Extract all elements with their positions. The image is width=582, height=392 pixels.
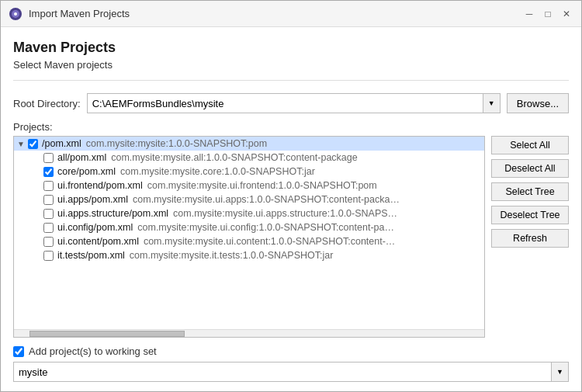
page-subtitle: Select Maven projects [13, 59, 569, 81]
root-directory-combo[interactable]: ▼ [87, 93, 501, 113]
browse-button[interactable]: Browse... [507, 93, 569, 113]
table-row[interactable]: ▼/pom.xmlcom.mysite:mysite:1.0.0-SNAPSHO… [14, 137, 484, 151]
project-checkbox[interactable] [43, 251, 54, 261]
table-row[interactable]: ui.apps.structure/pom.xmlcom.mysite:mysi… [14, 206, 484, 220]
project-checkbox[interactable] [43, 237, 54, 247]
title-bar-left: Import Maven Projects [9, 7, 130, 21]
table-row[interactable]: ui.apps/pom.xmlcom.mysite:mysite.ui.apps… [14, 193, 484, 206]
import-maven-dialog: Import Maven Projects ─ □ ✕ Maven Projec… [0, 0, 582, 392]
project-coords: com.mysite:mysite.ui.apps.structure:1.0.… [173, 208, 397, 219]
root-directory-label: Root Directory: [13, 98, 81, 109]
projects-area: ▼/pom.xmlcom.mysite:mysite:1.0.0-SNAPSHO… [13, 136, 569, 338]
working-set-arrow[interactable]: ▼ [551, 363, 568, 381]
project-path: core/pom.xml [57, 166, 116, 177]
project-coords: com.mysite:mysite.all:1.0.0-SNAPSHOT:con… [111, 152, 357, 163]
project-coords: com.mysite:mysite.ui.content:1.0.0-SNAPS… [144, 236, 395, 247]
working-set-checkbox[interactable] [13, 346, 24, 357]
project-checkbox[interactable] [43, 153, 54, 163]
deselect-all-button[interactable]: Deselect All [491, 159, 569, 178]
side-buttons-panel: Select All Deselect All Select Tree Dese… [491, 136, 569, 338]
project-path: /pom.xml [42, 138, 81, 149]
title-bar: Import Maven Projects ─ □ ✕ [1, 1, 581, 27]
close-button[interactable]: ✕ [559, 7, 573, 21]
refresh-button[interactable]: Refresh [491, 229, 569, 248]
maven-icon [9, 7, 23, 21]
main-content: Maven Projects Select Maven projects Roo… [1, 27, 581, 391]
table-row[interactable]: ui.content/pom.xmlcom.mysite:mysite.ui.c… [14, 234, 484, 248]
bottom-section: Add project(s) to working set ▼ [13, 345, 569, 382]
select-all-button[interactable]: Select All [491, 136, 569, 154]
project-coords: com.mysite:mysite.core:1.0.0-SNAPSHOT:ja… [120, 166, 315, 177]
svg-point-2 [14, 12, 17, 16]
project-path: ui.apps/pom.xml [57, 194, 128, 205]
minimize-button[interactable]: ─ [522, 7, 536, 21]
root-directory-arrow[interactable]: ▼ [483, 94, 500, 113]
root-directory-input[interactable] [88, 94, 483, 113]
table-row[interactable]: ui.frontend/pom.xmlcom.mysite:mysite.ui.… [14, 179, 484, 193]
working-set-label[interactable]: Add project(s) to working set [29, 345, 157, 357]
projects-label: Projects: [13, 121, 569, 133]
title-controls: ─ □ ✕ [522, 7, 573, 21]
root-directory-row: Root Directory: ▼ Browse... [13, 93, 569, 113]
project-coords: com.mysite:mysite.ui.apps:1.0.0-SNAPSHOT… [133, 194, 400, 205]
horizontal-scrollbar[interactable] [14, 329, 484, 337]
project-coords: com.mysite:mysite:1.0.0-SNAPSHOT:pom [86, 138, 267, 149]
project-checkbox[interactable] [43, 195, 54, 205]
maximize-button[interactable]: □ [541, 7, 555, 21]
project-path: ui.content/pom.xml [57, 236, 139, 247]
project-coords: com.mysite:mysite.it.tests:1.0.0-SNAPSHO… [130, 250, 334, 261]
table-row[interactable]: it.tests/pom.xmlcom.mysite:mysite.it.tes… [14, 248, 484, 262]
working-set-input[interactable] [14, 363, 551, 381]
page-heading: Maven Projects [13, 40, 569, 56]
scrollbar-thumb-x[interactable] [29, 331, 185, 337]
project-checkbox[interactable] [43, 167, 54, 177]
project-path: it.tests/pom.xml [57, 250, 125, 261]
table-row[interactable]: all/pom.xmlcom.mysite:mysite.all:1.0.0-S… [14, 151, 484, 165]
projects-list[interactable]: ▼/pom.xmlcom.mysite:mysite:1.0.0-SNAPSHO… [14, 137, 484, 329]
table-row[interactable]: core/pom.xmlcom.mysite:mysite.core:1.0.0… [14, 165, 484, 179]
select-tree-button[interactable]: Select Tree [491, 182, 569, 201]
tree-arrow[interactable]: ▼ [17, 140, 28, 148]
project-path: all/pom.xml [57, 152, 106, 163]
project-checkbox[interactable] [43, 181, 54, 191]
project-checkbox[interactable] [28, 139, 38, 149]
window-title: Import Maven Projects [29, 8, 130, 19]
project-checkbox[interactable] [43, 209, 54, 219]
project-coords: com.mysite:mysite.ui.frontend:1.0.0-SNAP… [147, 180, 377, 191]
project-coords: com.mysite:mysite.ui.config:1.0.0-SNAPSH… [137, 222, 394, 233]
project-path: ui.apps.structure/pom.xml [57, 208, 168, 219]
working-set-row: Add project(s) to working set [13, 345, 569, 357]
project-path: ui.config/pom.xml [57, 222, 133, 233]
project-path: ui.frontend/pom.xml [57, 180, 143, 191]
projects-list-container: ▼/pom.xmlcom.mysite:mysite:1.0.0-SNAPSHO… [13, 136, 485, 338]
table-row[interactable]: ui.config/pom.xmlcom.mysite:mysite.ui.co… [14, 220, 484, 234]
deselect-tree-button[interactable]: Deselect Tree [491, 206, 569, 224]
working-set-combo[interactable]: ▼ [13, 362, 569, 382]
project-checkbox[interactable] [43, 223, 54, 233]
